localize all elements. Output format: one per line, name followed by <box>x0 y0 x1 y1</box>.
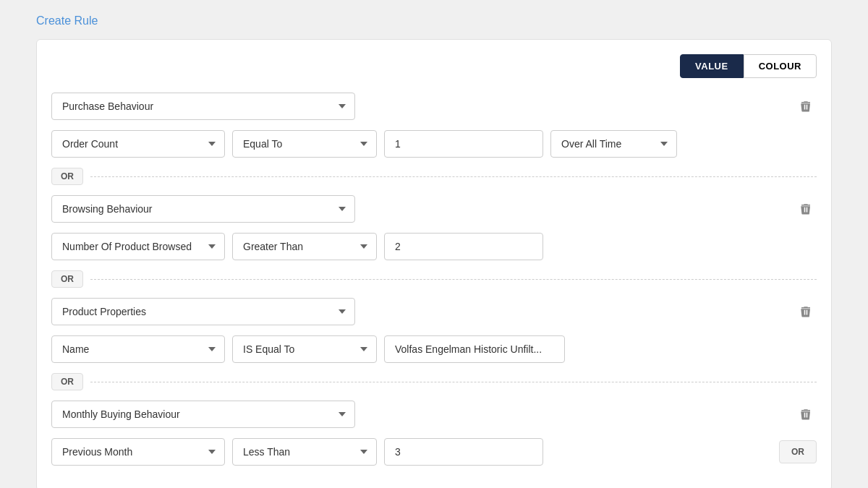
product-value[interactable] <box>384 335 565 363</box>
delete-product-button[interactable] <box>795 301 817 322</box>
or-badge-1: OR <box>51 168 83 185</box>
trash-icon-2 <box>799 202 812 215</box>
or-line-3 <box>90 382 817 382</box>
section-monthly-behaviour: Monthly Buying Behaviour <box>51 401 817 428</box>
delete-browsing-button[interactable] <box>795 198 817 220</box>
product-fields-row: Name IS Equal To <box>51 335 817 363</box>
or-divider-1: OR <box>51 168 817 185</box>
page-title: Create Rule <box>36 14 832 27</box>
or-badge-2: OR <box>51 270 83 288</box>
name-select[interactable]: Name <box>51 335 225 363</box>
or-divider-2: OR <box>51 270 817 288</box>
purchase-fields-row: Order Count Equal To Over All Time <box>51 130 817 158</box>
order-count-value[interactable] <box>384 130 543 158</box>
browsing-fields-row: Number Of Product Browsed Greater Than <box>51 233 817 260</box>
rule-card: VALUE COLOUR Purchase Behaviour Order Co… <box>36 39 832 488</box>
monthly-fields-row: Previous Month Less Than OR <box>51 438 817 466</box>
or-badge-3: OR <box>51 373 83 390</box>
greater-than-select[interactable]: Greater Than <box>232 233 377 260</box>
delete-purchase-button[interactable] <box>795 95 817 117</box>
or-divider-3: OR <box>51 373 817 390</box>
delete-monthly-button[interactable] <box>795 403 817 425</box>
product-properties-select[interactable]: Product Properties <box>51 298 355 325</box>
colour-toggle[interactable]: COLOUR <box>744 54 817 78</box>
toggle-row: VALUE COLOUR <box>51 54 817 78</box>
section-browsing-behaviour: Browsing Behaviour <box>51 195 817 223</box>
browsed-count-value[interactable] <box>384 233 543 260</box>
is-equal-to-select[interactable]: IS Equal To <box>232 335 377 363</box>
trash-icon-4 <box>799 408 812 421</box>
value-toggle[interactable]: VALUE <box>680 54 744 78</box>
previous-month-select[interactable]: Previous Month <box>51 438 225 466</box>
monthly-behaviour-select[interactable]: Monthly Buying Behaviour <box>51 401 355 428</box>
section-purchase-behaviour: Purchase Behaviour <box>51 93 817 120</box>
equal-to-select[interactable]: Equal To <box>232 130 377 158</box>
monthly-value[interactable] <box>384 438 543 466</box>
less-than-select[interactable]: Less Than <box>232 438 377 466</box>
or-end-button[interactable]: OR <box>779 440 817 463</box>
product-browsed-select[interactable]: Number Of Product Browsed <box>51 233 225 260</box>
or-line-2 <box>90 279 817 280</box>
trash-icon <box>799 100 812 113</box>
order-count-select[interactable]: Order Count <box>51 130 225 158</box>
section-product-properties: Product Properties <box>51 298 817 325</box>
purchase-behaviour-select[interactable]: Purchase Behaviour <box>51 93 355 120</box>
browsing-behaviour-select[interactable]: Browsing Behaviour <box>51 195 355 223</box>
or-line-1 <box>90 176 817 177</box>
trash-icon-3 <box>799 305 812 318</box>
time-select[interactable]: Over All Time <box>550 130 677 158</box>
